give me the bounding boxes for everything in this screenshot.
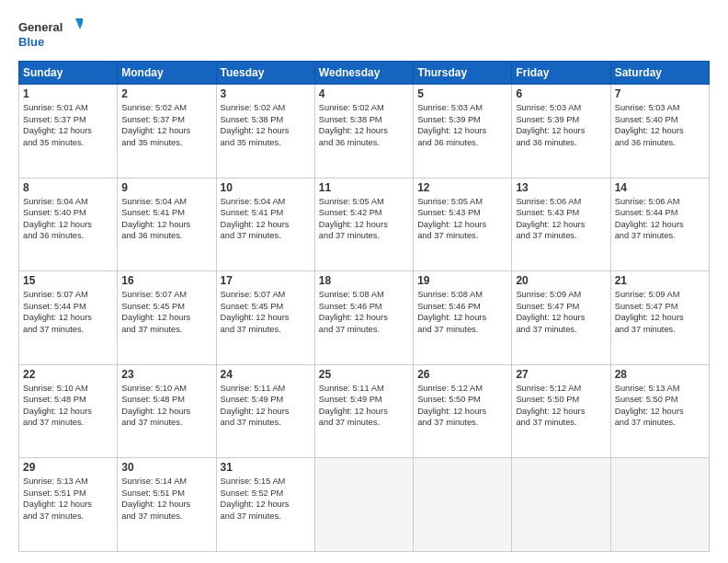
day-number: 28 xyxy=(615,368,705,381)
calendar-cell: 25Sunrise: 5:11 AMSunset: 5:49 PMDayligh… xyxy=(314,364,413,458)
day-number: 7 xyxy=(615,87,705,100)
calendar-cell: 11Sunrise: 5:05 AMSunset: 5:42 PMDayligh… xyxy=(314,178,413,271)
calendar-cell: 14Sunrise: 5:06 AMSunset: 5:44 PMDayligh… xyxy=(610,178,709,271)
calendar-cell: 31Sunrise: 5:15 AMSunset: 5:52 PMDayligh… xyxy=(216,458,314,552)
cell-info: Sunrise: 5:12 AMSunset: 5:50 PMDaylight:… xyxy=(417,383,507,429)
cell-info: Sunrise: 5:05 AMSunset: 5:42 PMDaylight:… xyxy=(319,196,409,242)
day-number: 27 xyxy=(516,368,606,381)
calendar-cell xyxy=(512,458,610,552)
cell-info: Sunrise: 5:06 AMSunset: 5:44 PMDaylight:… xyxy=(615,196,705,242)
cell-info: Sunrise: 5:08 AMSunset: 5:46 PMDaylight:… xyxy=(319,289,409,335)
day-number: 31 xyxy=(221,461,311,474)
col-header-sunday: Sunday xyxy=(19,62,118,85)
cell-info: Sunrise: 5:02 AMSunset: 5:37 PMDaylight:… xyxy=(121,102,211,148)
calendar-cell: 2Sunrise: 5:02 AMSunset: 5:37 PMDaylight… xyxy=(118,85,216,178)
calendar-cell xyxy=(610,458,709,552)
calendar-cell: 22Sunrise: 5:10 AMSunset: 5:48 PMDayligh… xyxy=(19,364,118,458)
logo: General Blue xyxy=(18,17,83,52)
calendar-cell: 12Sunrise: 5:05 AMSunset: 5:43 PMDayligh… xyxy=(414,178,512,271)
calendar-cell: 20Sunrise: 5:09 AMSunset: 5:47 PMDayligh… xyxy=(512,271,610,365)
day-number: 12 xyxy=(417,181,507,194)
day-number: 23 xyxy=(121,368,211,381)
day-number: 11 xyxy=(319,181,409,194)
day-number: 22 xyxy=(23,368,113,381)
cell-info: Sunrise: 5:03 AMSunset: 5:39 PMDaylight:… xyxy=(516,102,606,148)
calendar-cell: 23Sunrise: 5:10 AMSunset: 5:48 PMDayligh… xyxy=(118,364,216,458)
col-header-thursday: Thursday xyxy=(414,62,512,85)
calendar-cell: 9Sunrise: 5:04 AMSunset: 5:41 PMDaylight… xyxy=(118,178,216,271)
cell-info: Sunrise: 5:10 AMSunset: 5:48 PMDaylight:… xyxy=(23,383,113,429)
cell-info: Sunrise: 5:01 AMSunset: 5:37 PMDaylight:… xyxy=(23,102,113,148)
calendar-cell: 5Sunrise: 5:03 AMSunset: 5:39 PMDaylight… xyxy=(414,85,512,178)
calendar-cell: 26Sunrise: 5:12 AMSunset: 5:50 PMDayligh… xyxy=(414,364,512,458)
day-number: 16 xyxy=(121,274,211,287)
cell-info: Sunrise: 5:06 AMSunset: 5:43 PMDaylight:… xyxy=(516,196,606,242)
svg-marker-2 xyxy=(75,18,83,29)
day-number: 26 xyxy=(417,368,507,381)
calendar-cell: 27Sunrise: 5:12 AMSunset: 5:50 PMDayligh… xyxy=(512,364,610,458)
calendar-cell: 8Sunrise: 5:04 AMSunset: 5:40 PMDaylight… xyxy=(19,178,118,271)
day-number: 8 xyxy=(23,181,113,194)
day-number: 3 xyxy=(221,87,311,100)
cell-info: Sunrise: 5:04 AMSunset: 5:41 PMDaylight:… xyxy=(221,196,311,242)
col-header-saturday: Saturday xyxy=(610,62,709,85)
day-number: 1 xyxy=(23,87,113,100)
day-number: 2 xyxy=(121,87,211,100)
cell-info: Sunrise: 5:07 AMSunset: 5:45 PMDaylight:… xyxy=(121,289,211,335)
day-number: 4 xyxy=(319,87,409,100)
calendar-cell: 3Sunrise: 5:02 AMSunset: 5:38 PMDaylight… xyxy=(216,85,314,178)
cell-info: Sunrise: 5:13 AMSunset: 5:51 PMDaylight:… xyxy=(23,476,113,522)
svg-text:General: General xyxy=(18,20,63,34)
day-number: 21 xyxy=(615,274,705,287)
day-number: 29 xyxy=(23,461,113,474)
calendar-cell: 15Sunrise: 5:07 AMSunset: 5:44 PMDayligh… xyxy=(19,271,118,365)
day-number: 15 xyxy=(23,274,113,287)
calendar-cell: 28Sunrise: 5:13 AMSunset: 5:50 PMDayligh… xyxy=(610,364,709,458)
calendar-cell: 19Sunrise: 5:08 AMSunset: 5:46 PMDayligh… xyxy=(414,271,512,365)
day-number: 20 xyxy=(516,274,606,287)
cell-info: Sunrise: 5:05 AMSunset: 5:43 PMDaylight:… xyxy=(417,196,507,242)
col-header-friday: Friday xyxy=(512,62,610,85)
cell-info: Sunrise: 5:07 AMSunset: 5:44 PMDaylight:… xyxy=(23,289,113,335)
page: General Blue SundayMondayTuesdayWednesda… xyxy=(0,0,728,563)
cell-info: Sunrise: 5:02 AMSunset: 5:38 PMDaylight:… xyxy=(319,102,409,148)
cell-info: Sunrise: 5:11 AMSunset: 5:49 PMDaylight:… xyxy=(221,383,311,429)
calendar-cell xyxy=(314,458,413,552)
calendar-cell: 1Sunrise: 5:01 AMSunset: 5:37 PMDaylight… xyxy=(19,85,118,178)
cell-info: Sunrise: 5:04 AMSunset: 5:41 PMDaylight:… xyxy=(121,196,211,242)
col-header-monday: Monday xyxy=(118,62,216,85)
header: General Blue xyxy=(18,17,710,52)
cell-info: Sunrise: 5:10 AMSunset: 5:48 PMDaylight:… xyxy=(121,383,211,429)
calendar-cell: 30Sunrise: 5:14 AMSunset: 5:51 PMDayligh… xyxy=(118,458,216,552)
calendar-cell: 17Sunrise: 5:07 AMSunset: 5:45 PMDayligh… xyxy=(216,271,314,365)
calendar-cell xyxy=(414,458,512,552)
day-number: 18 xyxy=(319,274,409,287)
day-number: 30 xyxy=(121,461,211,474)
day-number: 24 xyxy=(221,368,311,381)
day-number: 25 xyxy=(319,368,409,381)
calendar-cell: 6Sunrise: 5:03 AMSunset: 5:39 PMDaylight… xyxy=(512,85,610,178)
cell-info: Sunrise: 5:07 AMSunset: 5:45 PMDaylight:… xyxy=(221,289,311,335)
calendar-cell: 4Sunrise: 5:02 AMSunset: 5:38 PMDaylight… xyxy=(314,85,413,178)
calendar-cell: 18Sunrise: 5:08 AMSunset: 5:46 PMDayligh… xyxy=(314,271,413,365)
calendar-cell: 21Sunrise: 5:09 AMSunset: 5:47 PMDayligh… xyxy=(610,271,709,365)
cell-info: Sunrise: 5:15 AMSunset: 5:52 PMDaylight:… xyxy=(221,476,311,522)
calendar-table: SundayMondayTuesdayWednesdayThursdayFrid… xyxy=(18,61,710,552)
calendar-cell: 24Sunrise: 5:11 AMSunset: 5:49 PMDayligh… xyxy=(216,364,314,458)
cell-info: Sunrise: 5:12 AMSunset: 5:50 PMDaylight:… xyxy=(516,383,606,429)
cell-info: Sunrise: 5:03 AMSunset: 5:40 PMDaylight:… xyxy=(615,102,705,148)
day-number: 13 xyxy=(516,181,606,194)
day-number: 14 xyxy=(615,181,705,194)
cell-info: Sunrise: 5:14 AMSunset: 5:51 PMDaylight:… xyxy=(121,476,211,522)
day-number: 17 xyxy=(221,274,311,287)
col-header-wednesday: Wednesday xyxy=(314,62,413,85)
col-header-tuesday: Tuesday xyxy=(216,62,314,85)
cell-info: Sunrise: 5:13 AMSunset: 5:50 PMDaylight:… xyxy=(615,383,705,429)
logo-svg: General Blue xyxy=(18,17,83,52)
cell-info: Sunrise: 5:09 AMSunset: 5:47 PMDaylight:… xyxy=(615,289,705,335)
day-number: 9 xyxy=(121,181,211,194)
cell-info: Sunrise: 5:04 AMSunset: 5:40 PMDaylight:… xyxy=(23,196,113,242)
cell-info: Sunrise: 5:09 AMSunset: 5:47 PMDaylight:… xyxy=(516,289,606,335)
day-number: 6 xyxy=(516,87,606,100)
calendar-cell: 10Sunrise: 5:04 AMSunset: 5:41 PMDayligh… xyxy=(216,178,314,271)
